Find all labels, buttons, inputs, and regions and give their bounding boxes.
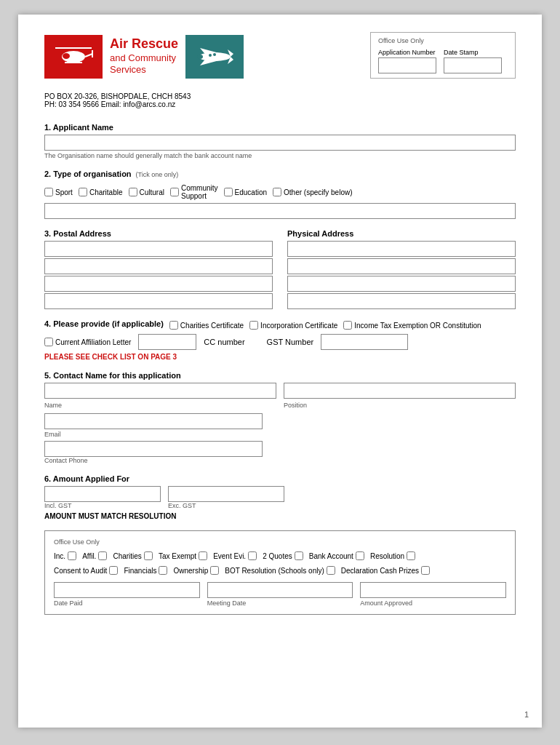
- provide-affiliation: Current Affiliation Letter: [44, 338, 131, 346]
- office-ownership: Ownership: [173, 566, 219, 575]
- office-use-section: Office Use Only Inc. Affil. Charities Ta…: [44, 530, 516, 615]
- checkbox-financials[interactable]: [159, 566, 167, 575]
- amount-row: Incl. GST Exc. GST: [44, 486, 516, 509]
- checkbox-declaration-cash[interactable]: [421, 566, 430, 575]
- svg-line-2: [85, 54, 92, 57]
- provide-row2: Current Affiliation Letter CC number GST…: [44, 334, 516, 350]
- contact-address: PO BOX 20-326, BISHOPDALE, CHCH 8543: [44, 92, 516, 100]
- amount-approved-input[interactable]: [360, 582, 506, 598]
- excl-gst-label: Exc. GST: [168, 502, 284, 509]
- physical-line1[interactable]: [287, 241, 516, 257]
- gst-number-input[interactable]: [321, 334, 408, 350]
- section5-label: 5. Contact Name for this application: [44, 371, 516, 380]
- office-use-fields: Application Number Date Stamp: [378, 49, 508, 73]
- office-checklist-row2: Consent to Audit Financials Ownership BO…: [54, 566, 506, 575]
- checkbox-charities-cert[interactable]: [169, 321, 178, 330]
- physical-address-col: Physical Address: [287, 229, 516, 309]
- checkbox-event-evi[interactable]: [248, 551, 257, 560]
- cc-number-label: CC number: [204, 338, 244, 346]
- office-declaration-cash: Declaration Cash Prizes: [341, 566, 430, 575]
- postal-line1[interactable]: [44, 241, 273, 257]
- org-type-other: Other (specify below): [273, 188, 352, 196]
- date-paid-col: Date Paid: [54, 582, 200, 607]
- contact-phone-input[interactable]: [44, 441, 263, 457]
- checkbox-sport[interactable]: [44, 188, 53, 196]
- checkbox-ownership[interactable]: [210, 566, 219, 575]
- meeting-date-col: Meeting Date: [207, 582, 353, 607]
- physical-line3[interactable]: [287, 276, 516, 292]
- check-list-note: PLEASE SEE CHECK LIST ON PAGE 3: [44, 353, 516, 361]
- physical-address-label: Physical Address: [287, 229, 516, 238]
- date-paid-label: Date Paid: [54, 599, 200, 607]
- checkbox-resolution[interactable]: [407, 551, 415, 560]
- contact-phone-email: PH: 03 354 9566 Email: info@arcs.co.nz: [44, 100, 516, 108]
- org-type-education: Education: [224, 188, 267, 196]
- physical-line4[interactable]: [287, 293, 516, 309]
- provide-charities-cert: Charities Certificate: [169, 321, 244, 330]
- date-stamp-label: Date Stamp: [444, 49, 502, 56]
- org-name-block: Air Rescue and Community Services: [103, 32, 185, 81]
- email-sub-label: Email: [44, 431, 516, 438]
- checkbox-office-charities[interactable]: [144, 551, 153, 560]
- email-input[interactable]: [44, 413, 263, 429]
- section-provide: 4. Please provide (if applicable) Charit…: [44, 319, 516, 361]
- application-number-input[interactable]: [378, 57, 436, 73]
- physical-address-lines: [287, 241, 516, 309]
- amount-approved-label: Amount Approved: [360, 599, 506, 607]
- checkbox-affil[interactable]: [98, 551, 107, 560]
- checkbox-cultural[interactable]: [129, 188, 137, 196]
- applicant-name-hint: The Organisation name should generally m…: [44, 152, 516, 159]
- contact-name-row: [44, 383, 516, 399]
- checkbox-other[interactable]: [273, 188, 281, 196]
- application-form: Air Rescue and Community Services: [18, 15, 542, 728]
- checkbox-community-support[interactable]: [170, 188, 179, 196]
- date-stamp-input[interactable]: [444, 57, 502, 73]
- org-type-cultural: Cultural: [129, 188, 164, 196]
- office-financials: Financials: [124, 566, 167, 575]
- plane-icon: [193, 41, 236, 73]
- checkbox-incorporation-cert[interactable]: [249, 321, 258, 330]
- checkbox-education[interactable]: [224, 188, 233, 196]
- office-use-title: Office Use Only: [378, 37, 508, 44]
- checkbox-consent-audit[interactable]: [109, 566, 118, 575]
- helicopter-logo: [44, 35, 103, 79]
- physical-line2[interactable]: [287, 258, 516, 274]
- excl-gst-input[interactable]: [168, 486, 284, 502]
- postal-line4[interactable]: [44, 293, 273, 309]
- cc-number-input[interactable]: [138, 334, 196, 350]
- section2-tick: (Tick one only): [136, 171, 179, 178]
- section-applicant-name: 1. Applicant Name The Organisation name …: [44, 123, 516, 159]
- contact-position-input[interactable]: [284, 383, 516, 399]
- date-stamp-field: Date Stamp: [444, 49, 502, 73]
- name-sub-label: Name: [44, 402, 276, 409]
- date-paid-input[interactable]: [54, 582, 200, 598]
- meeting-date-input[interactable]: [207, 582, 353, 598]
- incl-gst-input[interactable]: [44, 486, 161, 502]
- postal-line3[interactable]: [44, 276, 273, 292]
- position-sub-label: Position: [284, 402, 516, 409]
- section-amount: 6. Amount Applied For Incl. GST Exc. GST…: [44, 474, 516, 520]
- checkbox-charitable[interactable]: [79, 188, 87, 196]
- office-date-row: Date Paid Meeting Date Amount Approved: [54, 582, 506, 607]
- provide-row: 4. Please provide (if applicable) Charit…: [44, 319, 516, 331]
- checkbox-income-tax[interactable]: [343, 321, 352, 330]
- postal-address-lines: [44, 241, 273, 309]
- applicant-name-input[interactable]: [44, 135, 516, 151]
- checkbox-inc[interactable]: [68, 551, 76, 560]
- checkbox-2-quotes[interactable]: [295, 551, 303, 560]
- postal-address-col: 3. Postal Address: [44, 229, 273, 309]
- contact-name-input[interactable]: [44, 383, 276, 399]
- section-org-type: 2. Type of organisation (Tick one only) …: [44, 170, 516, 219]
- checkbox-tax-exempt[interactable]: [199, 551, 207, 560]
- checkbox-bot-resolution[interactable]: [327, 566, 335, 575]
- svg-point-7: [63, 53, 70, 59]
- amount-approved-col: Amount Approved: [360, 582, 506, 607]
- org-type-row: Sport Charitable Cultural CommunitySuppo…: [44, 184, 516, 200]
- checkbox-affiliation[interactable]: [44, 338, 53, 346]
- application-number-field: Application Number: [378, 49, 436, 73]
- address-row: 3. Postal Address Physical Address: [44, 229, 516, 309]
- org-type-specify-input[interactable]: [44, 203, 516, 219]
- checkbox-bank-account[interactable]: [356, 551, 364, 560]
- postal-line2[interactable]: [44, 258, 273, 274]
- office-consent-audit: Consent to Audit: [54, 566, 118, 575]
